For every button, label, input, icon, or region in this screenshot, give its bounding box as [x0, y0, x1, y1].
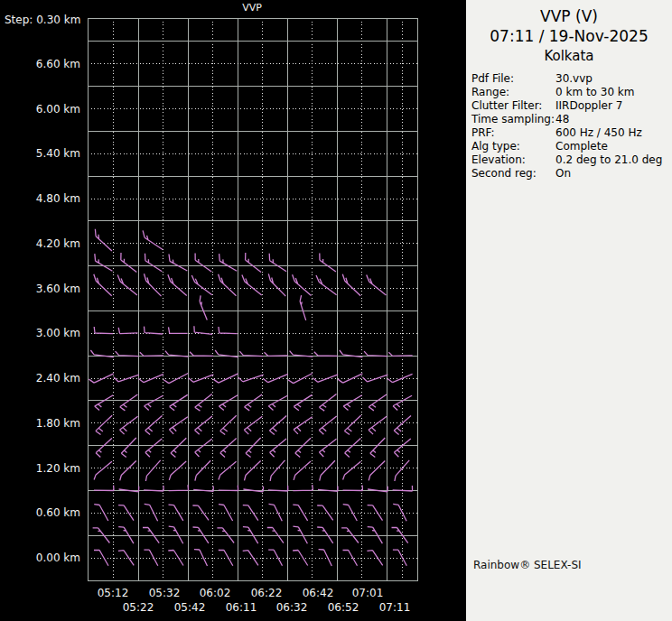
x-axis-label: 06:32	[276, 601, 308, 614]
detail-label: Clutter Filter:	[471, 99, 555, 113]
detail-row-second-reg: Second reg: On	[471, 167, 672, 181]
y-axis-label: 3.60 km	[36, 283, 80, 295]
detail-label: Range:	[471, 86, 555, 99]
y-axis-label: 1.80 km	[36, 417, 80, 430]
x-axis-label: 05:12	[98, 587, 129, 599]
x-axis-label: 06:42	[303, 587, 334, 599]
x-axis-label: 05:22	[123, 601, 154, 614]
detail-value: 600 Hz / 450 Hz	[555, 126, 642, 140]
x-axis-label: 07:01	[352, 587, 384, 599]
y-axis-label: 4.20 km	[36, 237, 80, 250]
detail-value: Complete	[555, 140, 608, 153]
detail-label: Pdf File:	[471, 72, 555, 86]
detail-label: Alg type:	[471, 140, 555, 153]
detail-value: 30.vvp	[555, 72, 593, 86]
product-datetime: 07:11 / 19-Nov-2025	[466, 27, 672, 45]
detail-value: On	[555, 167, 571, 181]
detail-label: Time sampling:	[471, 113, 555, 126]
y-axis-label: 6.60 km	[36, 58, 80, 70]
detail-row-prf: PRF: 600 Hz / 450 Hz	[471, 126, 672, 140]
step-label: Step: 0.30 km	[5, 14, 80, 26]
detail-row-elevation: Elevation: 0.2 deg to 21.0 deg	[471, 153, 672, 167]
vvp-wind-profile-chart: VVPStep: 0.30 km6.60 km6.00 km5.40 km4.8…	[0, 0, 466, 621]
x-axis-label: 06:52	[328, 601, 359, 614]
x-axis-label: 06:02	[200, 587, 231, 599]
detail-row-time-sampling: Time sampling: 48	[471, 113, 672, 126]
x-axis-label: 06:22	[251, 587, 283, 599]
y-axis-label: 5.40 km	[36, 147, 80, 160]
x-axis-label: 05:32	[149, 587, 181, 599]
product-details: Pdf File: 30.vvp Range: 0 km to 30 km Cl…	[471, 72, 672, 181]
info-panel: VVP (V) 07:11 / 19-Nov-2025 Kolkata Pdf …	[466, 0, 672, 621]
y-axis-label: 0.60 km	[36, 506, 80, 519]
detail-value: 0.2 deg to 21.0 deg	[555, 153, 662, 167]
product-title: VVP (V)	[466, 7, 672, 25]
y-axis-label: 3.00 km	[36, 327, 80, 339]
y-axis-label: 6.00 km	[36, 103, 80, 116]
x-axis-label: 07:11	[379, 601, 411, 614]
detail-label: Elevation:	[471, 153, 555, 167]
detail-row-clutter-filter: Clutter Filter: IIRDoppler 7	[471, 99, 672, 113]
y-axis-label: 2.40 km	[36, 372, 80, 385]
detail-label: PRF:	[471, 126, 555, 140]
vvp-window: VVPStep: 0.30 km6.60 km6.00 km5.40 km4.8…	[0, 0, 672, 621]
site-name: Kolkata	[466, 48, 672, 64]
y-axis-label: 0.00 km	[36, 551, 80, 564]
brand-label: Rainbow® SELEX-SI	[473, 559, 582, 571]
detail-row-pdf-file: Pdf File: 30.vvp	[471, 72, 672, 86]
detail-row-range: Range: 0 km to 30 km	[471, 86, 672, 99]
x-axis-label: 06:11	[226, 601, 257, 614]
x-axis-label: 05:42	[174, 601, 206, 614]
detail-value: IIRDoppler 7	[555, 99, 622, 113]
detail-row-alg-type: Alg type: Complete	[471, 140, 672, 153]
y-axis-label: 4.80 km	[36, 192, 80, 205]
detail-label: Second reg:	[471, 167, 555, 181]
detail-value: 48	[555, 113, 569, 126]
y-axis-label: 1.20 km	[36, 462, 80, 475]
detail-value: 0 km to 30 km	[555, 86, 635, 99]
chart-title: VVP	[242, 2, 262, 14]
